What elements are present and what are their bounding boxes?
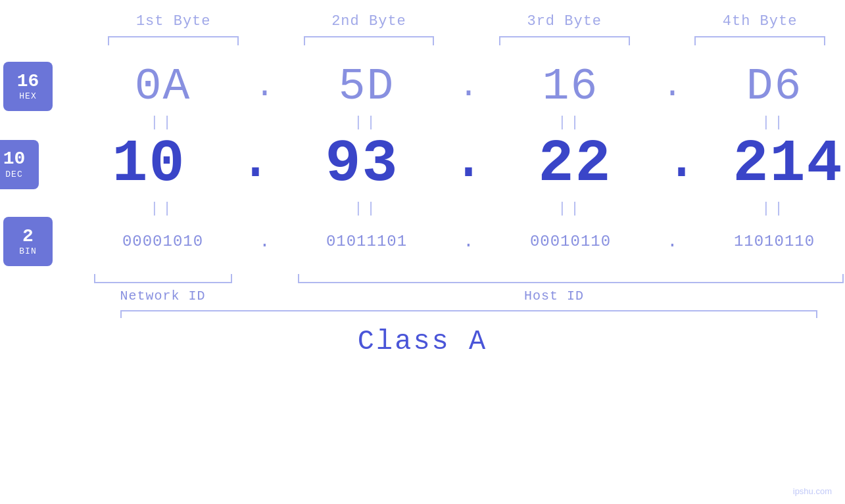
- top-bracket-1: [88, 36, 258, 48]
- hex-badge: 16 HEX: [3, 62, 53, 111]
- dec-b3: 22: [539, 131, 612, 198]
- hex-b4: D6: [746, 61, 803, 112]
- dec-badge: 10 DEC: [0, 140, 39, 189]
- byte4-header: 4th Byte: [675, 13, 845, 30]
- bottom-bracket-row: [0, 271, 845, 283]
- top-bracket-3: [479, 36, 650, 48]
- byte1-header: 1st Byte: [88, 13, 258, 30]
- network-id-label: Network ID: [120, 288, 205, 304]
- id-labels-row: Network ID Host ID: [0, 288, 845, 304]
- byte2-header: 2nd Byte: [284, 13, 454, 30]
- watermark: ipshu.com: [793, 486, 832, 496]
- equals-1-b1: ||: [150, 114, 175, 131]
- hex-dot3: .: [660, 70, 686, 103]
- hex-b2: 5D: [339, 61, 395, 112]
- bin-row: 2 BIN 00001010 . 01011101 . 00010110 . 1…: [0, 217, 845, 266]
- full-bracket-row: [0, 310, 845, 319]
- main-container: 1st Byte 2nd Byte 3rd Byte 4th Byte: [0, 0, 845, 504]
- dec-b1: 10: [112, 131, 185, 198]
- dec-b2: 93: [325, 131, 398, 198]
- hex-b1: 0A: [135, 61, 191, 112]
- hex-b3: 16: [543, 61, 599, 112]
- headers-row: 1st Byte 2nd Byte 3rd Byte 4th Byte: [0, 13, 845, 30]
- bin-dot2: .: [456, 233, 482, 251]
- equals-row-1: || || || ||: [0, 114, 845, 131]
- bin-b3: 00010110: [530, 233, 611, 250]
- top-bracket-2: [284, 36, 454, 48]
- bin-b2: 01011101: [326, 233, 407, 250]
- bin-b4: 11010110: [734, 233, 815, 250]
- equals-1-b4: ||: [761, 114, 786, 131]
- class-label: Class A: [358, 326, 487, 357]
- bin-dot1: .: [252, 233, 278, 251]
- bin-badge: 2 BIN: [3, 217, 53, 266]
- dec-dot2: .: [451, 131, 487, 198]
- bin-dot3: .: [660, 233, 686, 251]
- equals-1-b2: ||: [354, 114, 379, 131]
- class-row: Class A: [0, 326, 845, 357]
- bin-b1: 00001010: [122, 233, 203, 250]
- equals-2-b3: ||: [558, 200, 583, 217]
- equals-1-b3: ||: [558, 114, 583, 131]
- host-id-label: Host ID: [524, 288, 584, 304]
- dec-dot3: .: [664, 131, 700, 198]
- byte3-header: 3rd Byte: [479, 13, 650, 30]
- dec-row: 10 DEC 10 . 93 . 22 . 214: [0, 131, 845, 198]
- equals-2-b2: ||: [354, 200, 379, 217]
- top-bracket-row: [0, 36, 845, 48]
- top-bracket-4: [675, 36, 845, 48]
- dec-dot1: .: [237, 131, 273, 198]
- equals-2-b4: ||: [761, 200, 786, 217]
- hex-dot2: .: [456, 70, 482, 103]
- hex-row: 16 HEX 0A . 5D . 16 . D6: [0, 61, 845, 112]
- equals-row-2: || || || ||: [0, 200, 845, 217]
- dec-b4: 214: [733, 131, 844, 198]
- equals-2-b1: ||: [150, 200, 175, 217]
- hex-dot1: .: [252, 70, 278, 103]
